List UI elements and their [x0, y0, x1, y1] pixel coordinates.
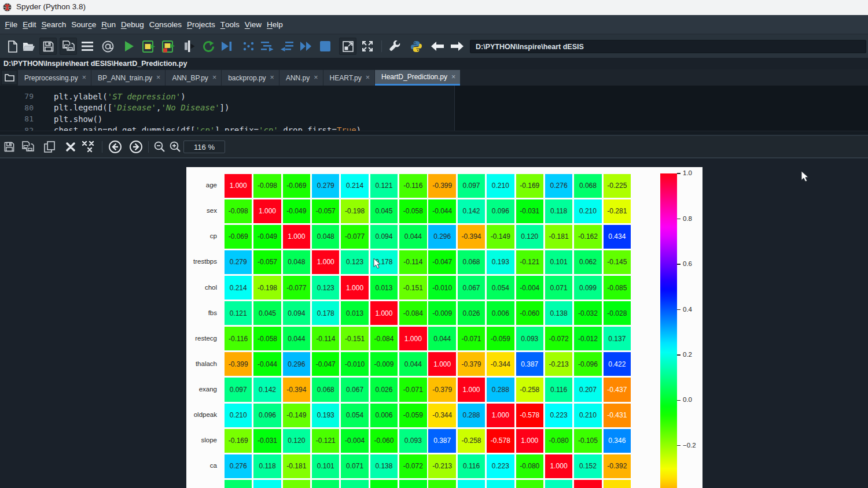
- heatmap-cell-thalach-trestbps: -0.047: [312, 352, 339, 376]
- tab-close-icon[interactable]: ×: [82, 74, 86, 82]
- menu-item-view[interactable]: View: [242, 15, 264, 34]
- heatmap-cell-exang-sex: 0.142: [253, 378, 281, 401]
- save-plot-button[interactable]: [2, 140, 16, 154]
- heatmap-row-label-slope: slope: [186, 437, 217, 443]
- continue-execution-button[interactable]: [299, 39, 313, 53]
- run-cell-button[interactable]: [142, 39, 156, 53]
- at-symbol-icon: [102, 40, 114, 53]
- run-selection-button[interactable]: [182, 39, 196, 53]
- zoom-in-button[interactable]: [168, 140, 182, 154]
- heatmap-cell-slope-trestbps: -0.121: [312, 429, 339, 453]
- editor-edge-line: [454, 86, 455, 131]
- heatmap-cell-thalach-thal: -0.096: [574, 352, 601, 376]
- menu-item-run[interactable]: Run: [99, 15, 119, 34]
- tab-ANN_BP.py[interactable]: ANN_BP.py×: [165, 70, 221, 86]
- heatmap-row-label-ca: ca: [186, 462, 217, 469]
- heatmap-cell-age-thal: 0.068: [574, 174, 601, 198]
- run-until-button[interactable]: [220, 39, 234, 53]
- heatmap-cell-restecg-slope: 0.093: [516, 327, 543, 350]
- new-file-button[interactable]: [6, 39, 20, 53]
- save-all-plots-button[interactable]: [21, 140, 35, 154]
- find-symbols-button[interactable]: [101, 39, 115, 53]
- heatmap-cell-trestbps-target: -0.145: [604, 250, 631, 274]
- file-switcher-button[interactable]: [80, 39, 94, 53]
- step-return-icon: [281, 41, 293, 51]
- heatmap-cell-ca-thal: 0.152: [574, 454, 601, 478]
- tab-close-icon[interactable]: ×: [270, 74, 274, 82]
- menu-item-help[interactable]: Help: [264, 15, 286, 34]
- heatmap-cell-chol-exang: 0.067: [458, 276, 485, 300]
- heatmap-cell-age-chol: 0.214: [341, 174, 368, 198]
- heatmap-cell-age-exang: 0.097: [458, 174, 485, 198]
- zoom-out-button[interactable]: [153, 140, 167, 154]
- heatmap-cell-fbs-oldpeak: 0.006: [487, 301, 514, 325]
- correlation-heatmap-figure[interactable]: age1.000-0.098-0.0690.2790.2140.121-0.11…: [186, 167, 703, 488]
- tab-label: backprop.py: [228, 74, 266, 82]
- tab-close-icon[interactable]: ×: [314, 74, 318, 82]
- save-button[interactable]: [39, 38, 57, 55]
- heatmap-cell-thal-target: -0.344: [604, 480, 631, 488]
- next-plot-button[interactable]: [129, 140, 143, 154]
- heatmap-cell-chol-oldpeak: 0.054: [487, 276, 514, 300]
- fullscreen-button[interactable]: [361, 39, 374, 53]
- back-button[interactable]: [431, 39, 444, 53]
- browse-tabs-button[interactable]: [1, 70, 17, 85]
- colorbar-tick-label: 0.4: [683, 306, 692, 313]
- run-file-button[interactable]: [122, 39, 136, 53]
- previous-plot-button[interactable]: [108, 140, 122, 154]
- menu-item-debug[interactable]: Debug: [118, 15, 146, 34]
- heatmap-cell-fbs-restecg: -0.084: [399, 301, 426, 325]
- tab-BP_ANN_train.py[interactable]: BP_ANN_train.py×: [91, 70, 165, 86]
- heatmap-cell-sex-fbs: 0.045: [370, 199, 398, 223]
- menu-item-edit[interactable]: Edit: [20, 15, 39, 34]
- save-all-button[interactable]: [60, 38, 77, 55]
- menu-item-projects[interactable]: Projects: [185, 15, 218, 34]
- tab-close-icon[interactable]: ×: [156, 74, 160, 82]
- tab-ANN.py[interactable]: ANN.py×: [279, 70, 323, 86]
- heatmap-row-label-exang: exang: [186, 386, 217, 393]
- menu-item-file[interactable]: File: [2, 15, 20, 34]
- heatmap-cell-thal-oldpeak: 0.210: [487, 480, 514, 488]
- editor-line-80: 80plt.legend(['Disease','No Disease']): [0, 102, 454, 114]
- working-directory-input[interactable]: D:\PYTHON\Inspire\heart dESIS: [470, 40, 866, 53]
- heatmap-row-label-age: age: [186, 182, 217, 188]
- tab-HeartD_Prediction.py[interactable]: HeartD_Prediction.py×: [375, 70, 460, 86]
- pane-splitter[interactable]: [0, 131, 868, 135]
- save-plot-icon: [4, 142, 14, 152]
- heatmap-cell-sex-exang: 0.142: [458, 199, 485, 223]
- menu-item-consoles[interactable]: Consoles: [146, 15, 184, 34]
- zoom-level-field[interactable]: 116 %: [183, 141, 225, 153]
- stop-button[interactable]: [318, 39, 332, 53]
- step-return-button[interactable]: [280, 39, 294, 53]
- tab-close-icon[interactable]: ×: [451, 73, 455, 81]
- title-bar: Spyder (Python 3.8): [0, 0, 868, 15]
- heatmap-cell-restecg-trestbps: -0.114: [312, 327, 339, 350]
- python-env-button[interactable]: [409, 39, 423, 53]
- menu-item-search[interactable]: Search: [39, 15, 69, 34]
- run-cell-advance-button[interactable]: [161, 39, 175, 53]
- preferences-button[interactable]: [388, 39, 402, 53]
- remove-plot-button[interactable]: [64, 140, 78, 154]
- heatmap-cell-exang-fbs: 0.026: [370, 378, 398, 401]
- tab-backprop.py[interactable]: backprop.py×: [222, 70, 279, 86]
- remove-all-plots-button[interactable]: [82, 140, 95, 154]
- open-file-button[interactable]: [22, 39, 36, 53]
- heatmap-cell-ca-chol: 0.071: [341, 454, 368, 478]
- forward-button[interactable]: [450, 39, 464, 53]
- heatmap-cell-age-slope: -0.169: [516, 174, 543, 198]
- heatmap-cell-restecg-fbs: -0.084: [370, 327, 398, 350]
- copy-image-button[interactable]: [42, 140, 56, 154]
- tab-HEART.py[interactable]: HEART.py×: [323, 70, 374, 86]
- menu-item-source[interactable]: Source: [69, 15, 99, 34]
- re-run-cell-button[interactable]: [201, 39, 215, 53]
- debug-file-button[interactable]: [241, 39, 255, 53]
- tab-close-icon[interactable]: ×: [366, 74, 370, 82]
- step-over-button[interactable]: [260, 39, 274, 53]
- maximize-pane-button[interactable]: [339, 38, 356, 55]
- menu-item-tools[interactable]: Tools: [218, 15, 242, 34]
- heatmap-row-label-thalach: thalach: [186, 360, 217, 367]
- play-pause-icon: [221, 41, 233, 51]
- code-editor[interactable]: 79plt.ylabel('ST depression')80plt.legen…: [0, 86, 868, 131]
- tab-Preprocessing.py[interactable]: Preprocessing.py×: [18, 70, 91, 86]
- tab-close-icon[interactable]: ×: [212, 74, 216, 82]
